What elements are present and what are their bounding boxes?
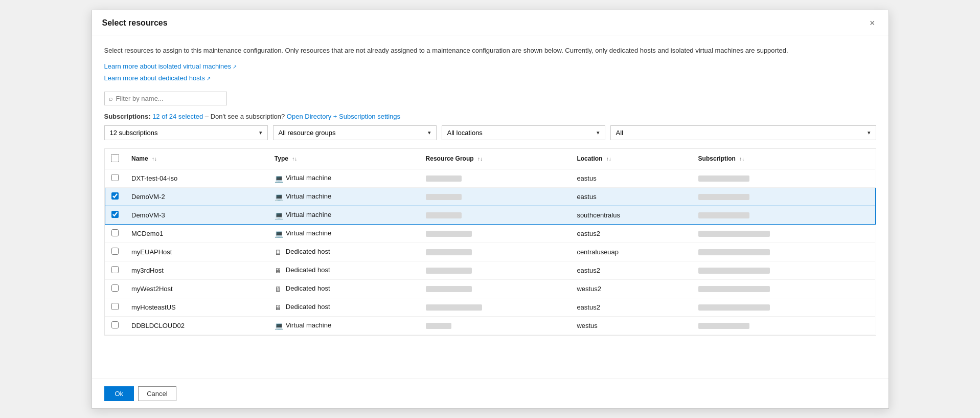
link-dedicated-hosts[interactable]: Learn more about dedicated hosts↗ bbox=[104, 72, 876, 84]
close-button[interactable]: × bbox=[867, 17, 878, 29]
blurred-subscription-2 bbox=[698, 212, 749, 218]
blurred-resource-group-4 bbox=[426, 249, 472, 255]
row-location-4: centraluseuap bbox=[571, 243, 692, 261]
description-text: Select resources to assign to this maint… bbox=[104, 46, 876, 56]
row-checkbox-8[interactable] bbox=[111, 321, 119, 328]
row-resource-group-6 bbox=[420, 279, 571, 298]
blurred-resource-group-8 bbox=[426, 323, 451, 329]
table-row: DemoVM-2💻Virtual machineeastus bbox=[105, 187, 875, 206]
row-subscription-7 bbox=[692, 298, 875, 316]
row-location-7: eastus2 bbox=[571, 298, 692, 316]
filter-input[interactable] bbox=[116, 95, 208, 102]
table-header-row: Name ↑↓ Type ↑↓ Resource Group ↑↓ Loca bbox=[105, 149, 875, 169]
row-resource-group-7 bbox=[420, 298, 571, 316]
row-name-7: myHosteastUS bbox=[125, 298, 268, 316]
row-checkbox-0[interactable] bbox=[111, 174, 119, 181]
col-header-type[interactable]: Type ↑↓ bbox=[268, 149, 420, 169]
row-subscription-1 bbox=[692, 187, 875, 206]
blurred-resource-group-7 bbox=[426, 304, 482, 311]
row-type-7: 🖥Dedicated host bbox=[268, 298, 420, 316]
row-location-3: eastus2 bbox=[571, 224, 692, 243]
select-all-checkbox[interactable] bbox=[111, 154, 119, 162]
col-header-name[interactable]: Name ↑↓ bbox=[125, 149, 268, 169]
table-row: DDBLDCLOUD02💻Virtual machinewestus bbox=[105, 316, 875, 335]
row-checkbox-cell-1[interactable] bbox=[105, 187, 125, 206]
row-type-4: 🖥Dedicated host bbox=[268, 243, 420, 261]
open-directory-link[interactable]: Open Directory + Subscription settings bbox=[287, 113, 400, 120]
col-header-resource-group[interactable]: Resource Group ↑↓ bbox=[420, 149, 571, 169]
blurred-resource-group-5 bbox=[426, 268, 472, 274]
row-checkbox-4[interactable] bbox=[111, 248, 119, 255]
dialog-header: Select resources × bbox=[92, 10, 888, 35]
row-resource-group-8 bbox=[420, 316, 571, 335]
row-checkbox-cell-5[interactable] bbox=[105, 261, 125, 279]
row-checkbox-2[interactable] bbox=[111, 211, 119, 218]
cancel-button[interactable]: Cancel bbox=[138, 386, 176, 401]
link-isolated-vms[interactable]: Learn more about isolated virtual machin… bbox=[104, 60, 876, 72]
dialog-body: Select resources to assign to this maint… bbox=[92, 35, 888, 379]
row-checkbox-5[interactable] bbox=[111, 266, 119, 273]
row-location-6: westus2 bbox=[571, 279, 692, 298]
type-filter-dropdown-label: All bbox=[616, 129, 623, 137]
row-checkbox-cell-6[interactable] bbox=[105, 279, 125, 298]
blurred-subscription-3 bbox=[698, 231, 770, 237]
locations-dropdown-label: All locations bbox=[447, 129, 483, 137]
sort-icon-rg: ↑↓ bbox=[477, 156, 483, 162]
table-row: my3rdHost🖥Dedicated hosteastus2 bbox=[105, 261, 875, 279]
row-location-8: westus bbox=[571, 316, 692, 335]
blurred-resource-group-3 bbox=[426, 231, 472, 237]
isolated-vms-link[interactable]: Learn more about isolated virtual machin… bbox=[104, 62, 237, 70]
vm-icon: 💻 bbox=[275, 174, 283, 183]
blurred-subscription-8 bbox=[698, 323, 749, 329]
col-header-subscription[interactable]: Subscription ↑↓ bbox=[692, 149, 875, 169]
row-name-2: DemoVM-3 bbox=[125, 206, 268, 224]
locations-dropdown[interactable]: All locations ▾ bbox=[442, 125, 605, 140]
row-subscription-6 bbox=[692, 279, 875, 298]
ok-button[interactable]: Ok bbox=[104, 386, 134, 401]
locations-dropdown-arrow: ▾ bbox=[597, 129, 600, 136]
external-link-icon-1: ↗ bbox=[207, 76, 211, 81]
row-resource-group-4 bbox=[420, 243, 571, 261]
row-subscription-2 bbox=[692, 206, 875, 224]
subscriptions-dropdown[interactable]: 12 subscriptions ▾ bbox=[104, 125, 268, 140]
subscriptions-dropdown-label: 12 subscriptions bbox=[110, 129, 158, 137]
sort-icon-subscription: ↑↓ bbox=[739, 156, 744, 162]
row-checkbox-3[interactable] bbox=[111, 229, 119, 236]
blurred-subscription-0 bbox=[698, 175, 749, 182]
row-checkbox-cell-4[interactable] bbox=[105, 243, 125, 261]
row-checkbox-cell-8[interactable] bbox=[105, 316, 125, 335]
row-name-1: DemoVM-2 bbox=[125, 187, 268, 206]
row-type-8: 💻Virtual machine bbox=[268, 316, 420, 335]
row-type-6: 🖥Dedicated host bbox=[268, 279, 420, 298]
row-name-0: DXT-test-04-iso bbox=[125, 169, 268, 187]
row-checkbox-cell-2[interactable] bbox=[105, 206, 125, 224]
row-checkbox-cell-3[interactable] bbox=[105, 224, 125, 243]
row-name-8: DDBLDCLOUD02 bbox=[125, 316, 268, 335]
links-section: Learn more about isolated virtual machin… bbox=[104, 60, 876, 84]
dedicated-hosts-link[interactable]: Learn more about dedicated hosts↗ bbox=[104, 74, 211, 82]
dropdowns-row: 12 subscriptions ▾ All resource groups ▾… bbox=[104, 125, 876, 140]
type-filter-dropdown[interactable]: All ▾ bbox=[610, 125, 876, 140]
dialog-footer: Ok Cancel bbox=[92, 379, 888, 408]
row-checkbox-1[interactable] bbox=[111, 192, 119, 200]
vm-icon: 💻 bbox=[275, 193, 283, 201]
blurred-resource-group-6 bbox=[426, 286, 472, 292]
row-checkbox-7[interactable] bbox=[111, 303, 119, 310]
blurred-subscription-7 bbox=[698, 304, 770, 311]
row-checkbox-cell-0[interactable] bbox=[105, 169, 125, 187]
blurred-subscription-6 bbox=[698, 286, 770, 292]
type-filter-dropdown-arrow: ▾ bbox=[868, 129, 871, 136]
filter-input-wrap[interactable]: ⌕ bbox=[104, 92, 227, 105]
row-type-3: 💻Virtual machine bbox=[268, 224, 420, 243]
row-checkbox-cell-7[interactable] bbox=[105, 298, 125, 316]
resource-groups-dropdown[interactable]: All resource groups ▾ bbox=[273, 125, 437, 140]
col-header-location[interactable]: Location ↑↓ bbox=[571, 149, 692, 169]
select-all-header[interactable] bbox=[105, 149, 125, 169]
subscriptions-selected-link[interactable]: 12 of 24 selected bbox=[152, 113, 203, 120]
blurred-resource-group-2 bbox=[426, 212, 462, 218]
row-location-1: eastus bbox=[571, 187, 692, 206]
row-type-2: 💻Virtual machine bbox=[268, 206, 420, 224]
row-checkbox-6[interactable] bbox=[111, 284, 119, 292]
host-icon: 🖥 bbox=[275, 303, 283, 312]
row-type-1: 💻Virtual machine bbox=[268, 187, 420, 206]
